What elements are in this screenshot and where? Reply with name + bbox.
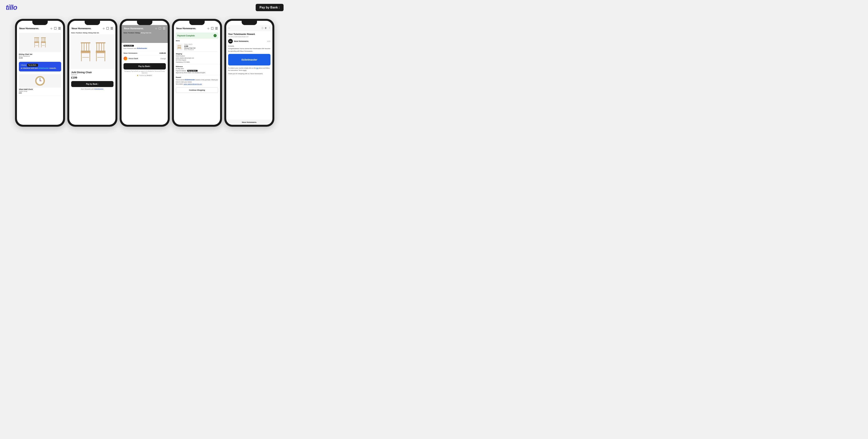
email-header-icons: ⎕ 🗑 ⋮ <box>262 27 271 29</box>
change-btn[interactable]: Change <box>160 58 166 59</box>
notch-3 <box>137 21 152 25</box>
phone-1-shop: Neue Homewares. ○ ☐ ☰ <box>15 19 65 127</box>
header: tillo Pay by Bank : <box>0 0 289 15</box>
ticketmaster-link-3: ticketmaster <box>137 47 147 49</box>
reference-label: Reference <box>176 66 218 67</box>
product-detail-price: £199 <box>71 76 114 79</box>
order-name: Dining Chair Set <box>184 47 218 49</box>
product-name-2: Silent Wall Clock <box>19 88 61 90</box>
order-item: Order #9476 £199 Dining Chair Set Birch … <box>176 42 218 52</box>
cart-icon-4[interactable]: ☐ <box>211 27 214 30</box>
email-footer: To redeem your voucher simply click on t… <box>228 67 271 71</box>
brand-2: Neue Homewares. <box>71 27 91 30</box>
promo-badge: Pay by Bank : <box>27 64 38 67</box>
payment-complete-bar: Payment Complete ✓ <box>176 33 219 39</box>
pay-by-bank-btn-3[interactable]: Pay by Bank : <box>124 63 166 69</box>
breadcrumb-3: Home / Furniture / Dining / Dining Chair… <box>122 31 168 34</box>
items-label: Items <box>176 40 218 41</box>
breadcrumb-2: Home / Furniture / Dining / Dining Chair… <box>69 31 116 34</box>
order-info: Order #9476 £199 Dining Chair Set Birch … <box>184 43 218 50</box>
more-icon[interactable]: ⋮ <box>268 27 271 29</box>
menu-icon-3[interactable]: ☰ <box>163 27 165 30</box>
product-price-1: £199 <box>19 57 61 59</box>
pay-by-bank-header-badge: Pay by Bank : <box>256 4 284 11</box>
navbar-icons-1: ○ ☐ ☰ <box>51 27 61 30</box>
ticketmaster-reward: ticketmaster <box>185 79 195 81</box>
monzo-icon <box>124 57 127 60</box>
email-content: Your Ticketmaster Reward. To: astrid_fau… <box>226 31 272 120</box>
brand-1: Neue Homewares. <box>19 27 39 30</box>
product-card-1[interactable]: Dining Chair Set Birch Hardwood £199 <box>17 31 63 61</box>
email-to: To: astrid_faulkner@example.com <box>228 36 271 37</box>
brand-4: Neue Homewares. <box>176 27 196 30</box>
delete-icon[interactable]: 🗑 <box>265 27 267 29</box>
check-icon: ✓ <box>214 34 217 37</box>
menu-icon-4[interactable]: ☰ <box>215 27 218 30</box>
reference-approved: Approved by Monzo Bank / ID: bnkdDwUXGQE… <box>176 72 218 74</box>
email-title: Your Ticketmaster Reward. <box>228 33 271 35</box>
product-price-2: £99 <box>19 92 61 94</box>
promo-text: at checkout and earn ticketmaster reward… <box>21 67 59 70</box>
pay-by-bank-btn-2[interactable]: Pay by Bank : <box>71 81 114 87</box>
payment-merchant-row: Neue Homewares £199.00 <box>124 51 166 55</box>
svg-rect-15 <box>41 37 46 38</box>
shipping-address: 84 Forest Square <box>176 59 218 61</box>
product-sub-2: Maple Hoop <box>19 90 61 92</box>
notch-4 <box>189 21 205 25</box>
menu-icon-2[interactable]: ☰ <box>111 27 113 30</box>
product-name-1: Dining Chair Set <box>19 53 61 55</box>
terms-text: By tapping 'Pay by Bank' you agree to th… <box>124 70 166 74</box>
svg-rect-6 <box>34 42 39 43</box>
back-arrow-icon[interactable]: ← <box>228 27 230 29</box>
email-header: ← ⎕ 🗑 ⋮ <box>226 25 272 31</box>
promo-choose: Choose <box>21 64 26 66</box>
search-icon-4[interactable]: ○ <box>207 27 209 30</box>
notch-5 <box>242 21 257 25</box>
shipping-section: Shipping Astrid Faulkner astrid_faulkner… <box>174 52 220 64</box>
search-icon-2[interactable]: ○ <box>103 27 105 30</box>
email-sign: Thank you for shopping with us. Neue Hom… <box>228 73 271 75</box>
navbar-icons-2: ○ ☐ ☰ <box>103 27 113 30</box>
brand-3: Neue Homewares. <box>124 27 144 30</box>
product-chairs-large <box>77 38 108 65</box>
ticketmaster-earn-2: ticketmaster. <box>94 88 104 90</box>
menu-icon-1[interactable]: ☰ <box>58 27 61 30</box>
reference-section: Reference 01 May 2023 Payment Method Pay… <box>174 64 220 75</box>
archive-icon[interactable]: ⎕ <box>262 27 263 29</box>
cart-icon-1[interactable]: ☐ <box>54 27 57 30</box>
continue-shopping-btn[interactable]: Continue Shopping <box>176 87 218 93</box>
svg-rect-50 <box>178 48 181 49</box>
search-icon-1[interactable]: ○ <box>51 27 52 30</box>
reward-email: astrid_faulkner@example.com <box>184 83 202 85</box>
shipping-name: Astrid Faulkner <box>176 55 218 57</box>
clock-image <box>19 74 61 88</box>
ticketmaster-card: ticketmaster <box>228 54 271 65</box>
redeem-link[interactable]: link <box>256 67 258 69</box>
order-number: Order #9476 <box>184 43 218 45</box>
phones-container: Neue Homewares. ○ ☐ ☰ <box>0 15 289 133</box>
earn-section: Earn Rewards with ticketmaster <box>124 47 166 49</box>
order-thumb <box>176 43 183 51</box>
payment-bg-area: Home / Furniture / Dining / Dining Chair… <box>122 31 168 43</box>
phone-5-email: ← ⎕ 🗑 ⋮ Your Ticketmaster Reward. To: as… <box>224 19 274 127</box>
bank-info: Monzo Bank <box>124 57 138 60</box>
ticketmaster-logo: ticketmaster <box>242 58 257 61</box>
navbar-4: Neue Homewares. ○ ☐ ☰ <box>174 25 220 31</box>
product-card-2[interactable]: Silent Wall Clock Maple Hoop £99 <box>17 72 63 96</box>
svg-rect-5 <box>34 37 39 38</box>
cart-icon-2[interactable]: ☐ <box>106 27 109 30</box>
svg-point-23 <box>40 81 40 81</box>
svg-rect-44 <box>178 48 181 48</box>
search-icon-3[interactable]: ○ <box>155 27 157 30</box>
svg-rect-30 <box>81 52 90 53</box>
phone-3-payment: Neue Homewares. ○ ☐ ☰ Home / Furniture /… <box>120 19 170 127</box>
svg-rect-16 <box>41 42 46 43</box>
phone-2-product: Neue Homewares. ○ ☐ ☰ Home / Furniture /… <box>67 19 117 127</box>
payment-complete-text: Payment Complete <box>177 35 195 37</box>
svg-rect-40 <box>96 52 105 53</box>
cart-icon-3[interactable]: ☐ <box>158 27 161 30</box>
order-price: £199 <box>184 45 218 47</box>
reference-method: Payment Method Pay by Bank : <box>176 70 218 72</box>
product-image-1 <box>19 33 61 52</box>
ticketmaster-promo: ticketmaster <box>39 67 49 69</box>
